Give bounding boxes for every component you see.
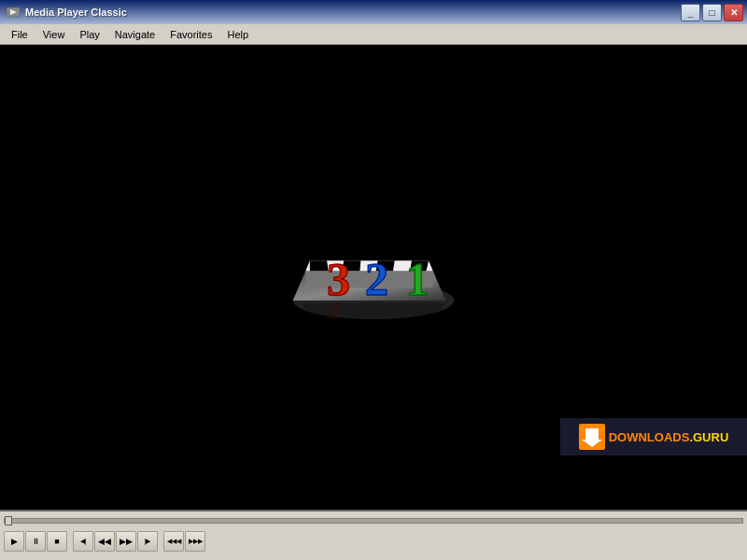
close-button[interactable]: ✕ <box>724 4 743 21</box>
title-text: Media Player Classic <box>25 7 127 18</box>
window-controls: _ □ ✕ <box>681 4 743 21</box>
download-icon <box>579 424 605 450</box>
svg-text:2: 2 <box>365 253 388 305</box>
controls-area: ▶ ⏸ ■ ◀| ◀◀ ▶▶ |▶ ◀◀◀ ▶▶▶ <box>0 510 747 560</box>
title-left: Media Player Classic <box>6 5 127 20</box>
minimize-button[interactable]: _ <box>681 4 700 21</box>
seek-thumb[interactable] <box>5 516 12 525</box>
app-icon <box>6 5 21 20</box>
maximize-button[interactable]: □ <box>702 4 722 21</box>
menu-item-view[interactable]: View <box>35 27 73 42</box>
menu-item-navigate[interactable]: Navigate <box>107 27 162 42</box>
menu-item-file[interactable]: File <box>4 27 35 42</box>
svg-marker-7 <box>582 428 602 447</box>
svg-text:3: 3 <box>327 297 340 325</box>
play-button[interactable]: ▶ <box>4 531 24 552</box>
menu-item-favorites[interactable]: Favorites <box>162 27 219 42</box>
logo-container: 3 2 1 3 <box>280 203 467 352</box>
menu-bar: FileViewPlayNavigateFavoritesHelp <box>0 24 747 45</box>
seek-bar-row <box>4 513 743 528</box>
rewind-button[interactable]: ◀◀ <box>94 531 115 552</box>
prev-frame-button[interactable]: ◀| <box>73 531 93 552</box>
fast-fwd-button[interactable]: ▶▶ <box>116 531 136 552</box>
prev-file-button[interactable]: ◀◀◀ <box>163 531 184 552</box>
watermark-text: DOWNLOADS.GURU <box>609 430 729 444</box>
buttons-row: ▶ ⏸ ■ ◀| ◀◀ ▶▶ |▶ ◀◀◀ ▶▶▶ <box>4 528 743 554</box>
watermark: DOWNLOADS.GURU <box>560 418 747 455</box>
title-bar: Media Player Classic _ □ ✕ <box>0 0 747 24</box>
menu-item-play[interactable]: Play <box>72 27 106 42</box>
next-frame-button[interactable]: |▶ <box>137 531 158 552</box>
stop-button[interactable]: ■ <box>47 531 67 552</box>
menu-item-help[interactable]: Help <box>219 27 256 42</box>
pause-button[interactable]: ⏸ <box>25 531 46 552</box>
next-file-button[interactable]: ▶▶▶ <box>185 531 205 552</box>
seek-bar[interactable] <box>4 518 743 524</box>
svg-text:1: 1 <box>406 253 430 305</box>
mpc-logo: 3 2 1 3 <box>280 203 467 352</box>
video-area: 3 2 1 3 DOWNLOADS.GURU <box>0 45 747 510</box>
